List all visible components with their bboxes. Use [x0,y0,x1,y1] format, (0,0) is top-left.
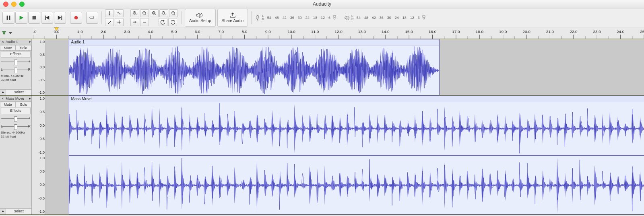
audio-clip[interactable]: Audio 1 [69,39,439,95]
track-collapse-button[interactable]: ▴ [0,209,6,214]
track-header[interactable]: × Mass Move ▾ [0,96,31,102]
svg-rect-20 [153,12,155,14]
redo-button[interactable] [168,18,177,26]
svg-marker-6 [58,16,61,20]
track-header[interactable]: × Audio 1 ▾ [0,39,31,45]
svg-text:5.0: 5.0 [171,29,177,34]
waveform-area[interactable] [46,155,644,215]
transport-controls [2,12,98,24]
ruler-options[interactable] [0,27,33,39]
fit-project-button[interactable] [159,9,168,17]
svg-line-22 [165,14,166,15]
draw-tool[interactable] [105,18,114,26]
svg-text:18.0: 18.0 [476,29,484,34]
solo-button[interactable]: Solo [16,102,31,107]
track-bitdepth-info: 32-bit float [0,78,31,82]
waveform-area[interactable]: Audio 1 [46,39,644,95]
clip-label[interactable]: Audio 1 [69,39,439,45]
track-menu-icon[interactable]: ▾ [29,40,31,44]
gain-slider[interactable]: −+ [2,59,30,65]
solo-button[interactable]: Solo [16,45,31,51]
svg-marker-25 [163,20,165,22]
record-meter-dropdown-icon [332,15,337,20]
svg-text:11.0: 11.0 [311,29,319,34]
track-control-panel: × Mass Move ▾ Mute Solo Effects −+ LR St… [0,96,32,214]
track-menu-icon[interactable]: ▾ [29,97,31,101]
track: × Audio 1 ▾ Mute Solo Effects −+ LR Mono… [0,39,644,96]
mute-button[interactable]: Mute [0,45,16,51]
record-button[interactable] [70,12,82,24]
svg-text:1.0: 1.0 [77,29,83,34]
close-track-button[interactable]: × [1,40,5,44]
zoom-in-button[interactable] [130,9,139,17]
pause-button[interactable] [2,12,14,24]
svg-rect-3 [33,16,36,20]
stop-button[interactable] [28,12,40,24]
undo-button[interactable] [159,18,167,26]
envelope-tool[interactable] [115,9,124,17]
amplitude-scale: 1.00.50.0-0.5-1.0 [32,155,46,215]
loop-button[interactable] [86,12,98,24]
svg-text:16.0: 16.0 [429,29,437,34]
svg-text:21.0: 21.0 [546,29,554,34]
svg-point-8 [74,16,78,20]
fit-selection-button[interactable] [150,9,159,17]
svg-marker-34 [9,32,12,34]
svg-marker-121 [69,157,644,213]
track-select-button[interactable]: Select [6,90,31,95]
pan-slider[interactable]: LR [2,67,30,73]
effects-button[interactable]: Effects [1,51,31,58]
skip-start-button[interactable] [41,12,53,24]
trim-button[interactable] [130,18,139,26]
skip-end-button[interactable] [54,12,66,24]
play-meter-dropdown-icon [421,15,426,20]
pan-slider[interactable]: LR [2,123,30,130]
svg-marker-27 [199,17,201,18]
clip-label[interactable]: Mass Move [69,96,644,102]
audio-setup-button[interactable]: Audio Setup [185,9,216,27]
track-select-button[interactable]: Select [6,209,31,214]
svg-text:25.0: 25.0 [640,29,644,34]
time-ruler-row: -1.00.01.02.03.04.05.06.07.08.09.010.011… [0,27,644,39]
mute-button[interactable]: Mute [0,102,16,107]
svg-text:2.0: 2.0 [101,29,106,34]
audio-setup-label: Audio Setup [189,19,211,23]
silence-button[interactable] [140,18,149,26]
zoom-toggle-button[interactable] [169,9,178,17]
svg-text:20.0: 20.0 [522,29,530,34]
play-button[interactable] [15,12,27,24]
waveform-area[interactable]: Mass Move [46,96,644,155]
audio-clip[interactable]: Mass Move [69,96,644,155]
audio-clip[interactable] [69,155,644,215]
svg-marker-2 [20,16,24,20]
close-track-button[interactable]: × [1,97,5,101]
zoom-tools [130,9,178,26]
svg-text:-1.0: -1.0 [33,29,37,34]
window-title: Audacity [0,1,644,7]
recording-meter[interactable]: LR -54-48-42-36-30-24-18-12-6 [255,14,337,21]
playback-meter[interactable]: LR -54-48-42-36-30-24-18-12-6 [344,14,426,21]
gain-slider[interactable]: −+ [2,115,30,122]
svg-line-16 [145,14,147,15]
time-ruler[interactable]: -1.00.01.02.03.04.05.06.07.08.09.010.011… [33,27,644,39]
multi-tool[interactable] [115,18,124,26]
selection-tool[interactable] [105,9,114,17]
svg-text:8.0: 8.0 [242,29,248,34]
svg-text:9.0: 9.0 [265,29,271,34]
track-name[interactable]: Mass Move [6,97,28,101]
track-format-info: Mono, 44100Hz [0,74,31,78]
svg-point-10 [119,22,120,23]
track-collapse-button[interactable]: ▴ [0,90,6,95]
svg-text:24.0: 24.0 [617,29,625,34]
svg-marker-33 [2,31,6,35]
tracks-area: × Audio 1 ▾ Mute Solo Effects −+ LR Mono… [0,39,644,215]
main-toolbar: Audio Setup Share Audio LR -54-48-42-36-… [0,8,644,27]
svg-line-24 [174,14,175,15]
effects-button[interactable]: Effects [1,108,31,114]
share-audio-button[interactable]: Share Audio [217,9,248,27]
zoom-out-button[interactable] [140,9,149,17]
svg-rect-1 [9,16,10,20]
track-name[interactable]: Audio 1 [6,40,28,44]
svg-rect-28 [257,15,258,18]
speaker-icon [344,15,350,21]
